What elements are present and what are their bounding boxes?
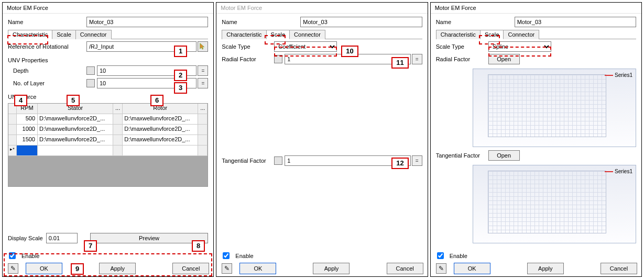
annotation-2: 2 [174, 70, 187, 81]
rotor-cell[interactable]: D:\maxwellunvforce2D_... [123, 125, 198, 135]
depth-expr-button[interactable]: = [198, 65, 208, 76]
ok-button[interactable]: OK [239, 263, 276, 274]
rotor-cell[interactable]: D:\maxwellunvforce2D_... [123, 135, 198, 145]
annotation-10: 10 [341, 46, 358, 57]
edit-icon-button[interactable]: ✎ [222, 263, 232, 274]
scale-type-select[interactable]: Spline [488, 41, 551, 52]
scale-type-select[interactable]: Coefficient [274, 41, 337, 52]
radial-spline-chart[interactable]: Series1 [473, 69, 636, 147]
legend-line-icon [605, 171, 613, 172]
window-title: Motor EM Force [3, 3, 213, 14]
tangential-toggle[interactable] [274, 156, 282, 165]
col-stator-btn[interactable]: ... [113, 104, 123, 114]
annotation-4: 4 [14, 95, 27, 106]
rotor-browse[interactable] [198, 145, 208, 156]
tab-characteristic[interactable]: Characteristic [222, 30, 266, 39]
apply-button[interactable]: Apply [527, 263, 564, 274]
stator-cell[interactable]: D:\maxwellunvforce2D_... [38, 135, 113, 145]
rotor-cell[interactable] [123, 145, 198, 156]
rotor-browse[interactable] [198, 114, 208, 125]
pick-entity-button[interactable] [198, 41, 208, 52]
unv-force-title: UNV Force [8, 94, 208, 100]
stator-browse[interactable] [113, 145, 123, 156]
radial-open-button[interactable]: Open [488, 54, 520, 64]
tab-scale[interactable]: Scale [266, 30, 290, 39]
annotation-8: 8 [192, 240, 205, 252]
name-label: Name [436, 19, 515, 25]
rpm-cell[interactable]: 1500 [17, 135, 38, 145]
row-gutter[interactable] [8, 114, 17, 125]
stator-cell[interactable]: D:\maxwellunvforce2D_... [38, 114, 113, 125]
annotation-1: 1 [174, 46, 187, 57]
tangential-open-button[interactable]: Open [488, 150, 520, 161]
depth-toggle[interactable] [86, 66, 95, 75]
rpm-cell[interactable]: 500 [17, 114, 38, 125]
row-gutter[interactable] [8, 135, 17, 145]
window-title: Motor EM Force [431, 3, 641, 14]
name-label: Name [8, 19, 86, 25]
tabs: Characteristic Scale Connector [222, 29, 422, 39]
radial-factor-label: Radial Factor [222, 56, 274, 62]
stator-cell[interactable]: D:\maxwellunvforce2D_... [38, 125, 113, 135]
new-row-marker[interactable]: ▸* [8, 145, 17, 156]
annotation-6: 6 [150, 95, 163, 106]
apply-button[interactable]: Apply [313, 263, 350, 274]
rpm-cell[interactable]: 1000 [17, 125, 38, 135]
annotation-11: 11 [391, 57, 408, 69]
ok-button[interactable]: OK [454, 263, 490, 274]
stator-browse[interactable] [113, 135, 123, 145]
name-input[interactable] [86, 17, 208, 27]
display-scale-label: Display Scale [8, 235, 43, 241]
tab-scale[interactable]: Scale [480, 30, 504, 39]
enable-checkbox[interactable] [9, 252, 16, 259]
cancel-button[interactable]: Cancel [387, 263, 423, 274]
rotor-browse[interactable] [198, 125, 208, 135]
name-label: Name [222, 19, 300, 25]
radial-expr-button[interactable]: = [412, 54, 422, 64]
stator-browse[interactable] [113, 125, 123, 135]
layer-label: No. of Layer [13, 80, 86, 86]
tangential-expr-button[interactable]: = [412, 155, 422, 166]
enable-label: Enable [235, 253, 253, 259]
cancel-button[interactable]: Cancel [172, 263, 209, 274]
rotor-browse[interactable] [198, 135, 208, 145]
cancel-button[interactable]: Cancel [601, 263, 637, 274]
tab-characteristic[interactable]: Characteristic [8, 30, 52, 39]
edit-icon-button[interactable]: ✎ [8, 263, 18, 274]
enable-checkbox[interactable] [437, 252, 444, 259]
display-scale-input[interactable] [46, 233, 78, 243]
tangential-factor-label: Tangential Factor [222, 158, 274, 164]
ok-button[interactable]: OK [26, 263, 62, 274]
layer-toggle[interactable] [86, 79, 95, 87]
rotor-cell[interactable]: D:\maxwellunvforce2D_... [123, 114, 198, 125]
name-input[interactable] [515, 17, 636, 27]
stator-browse[interactable] [113, 114, 123, 125]
tab-connector[interactable]: Connector [75, 30, 112, 39]
rpm-cell-selected[interactable] [17, 145, 38, 156]
pencil-icon: ✎ [439, 265, 444, 272]
pencil-icon: ✎ [224, 265, 230, 272]
stator-cell[interactable] [38, 145, 113, 156]
tangential-spline-chart[interactable]: Series1 [473, 165, 636, 243]
name-input[interactable] [300, 17, 422, 27]
panel-scale-coefficient: Motor EM Force Name Characteristic Scale… [216, 2, 428, 277]
tab-connector[interactable]: Connector [289, 30, 325, 39]
unv-properties-title: UNV Properties [8, 57, 208, 63]
table-rest [8, 156, 208, 186]
unv-force-table[interactable]: RPM Stator ... Rotor ... 500 D:\maxwellu… [8, 103, 208, 187]
tab-characteristic[interactable]: Characteristic [436, 30, 481, 39]
edit-icon-button[interactable]: ✎ [436, 263, 446, 274]
scale-type-label: Scale Type [436, 43, 488, 50]
preview-button[interactable]: Preview [90, 233, 209, 243]
apply-button[interactable]: Apply [99, 263, 136, 274]
tab-connector[interactable]: Connector [503, 30, 539, 39]
layer-expr-button[interactable]: = [198, 78, 208, 88]
col-rotor-btn[interactable]: ... [198, 104, 208, 114]
row-gutter[interactable] [8, 125, 17, 135]
radial-toggle[interactable] [274, 55, 282, 63]
chart-grid [488, 74, 606, 137]
enable-checkbox[interactable] [223, 252, 230, 259]
tab-scale[interactable]: Scale [52, 30, 76, 39]
tabs: Characteristic Scale Connector [8, 29, 208, 39]
annotation-12: 12 [391, 158, 408, 169]
